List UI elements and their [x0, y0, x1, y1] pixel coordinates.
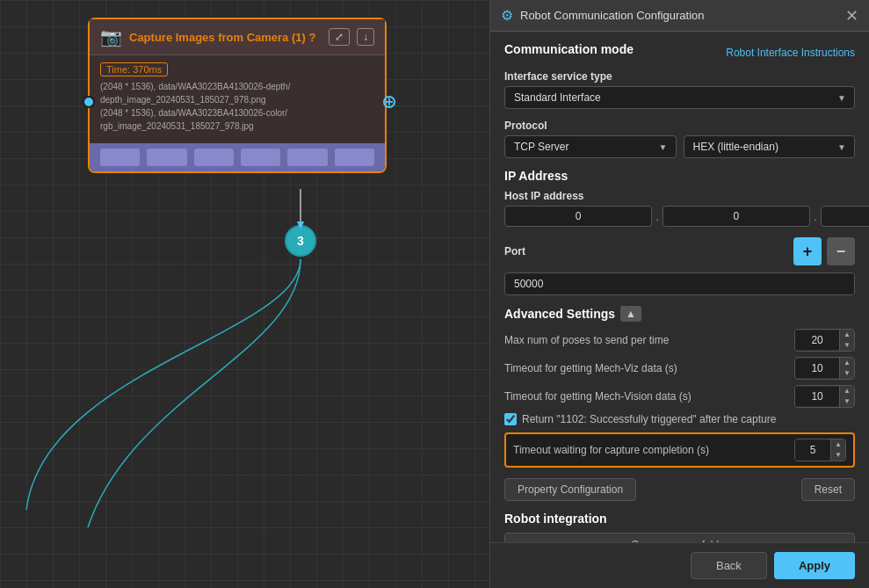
conn-tab-2[interactable] [147, 149, 186, 166]
protocol-right-wrapper: HEX (little-endian) [684, 135, 856, 158]
trigger-checkbox[interactable] [504, 413, 517, 425]
host-ip-label: Host IP address [504, 190, 855, 202]
ip-octet2[interactable] [663, 206, 810, 227]
conn-tab-4[interactable] [241, 149, 280, 166]
conn-tab-6[interactable] [335, 149, 374, 166]
property-config-button[interactable]: Property Configuration [504, 478, 636, 501]
port-section: Port + − [504, 237, 855, 295]
comm-mode-header: Communication mode Robot Interface Instr… [504, 42, 855, 63]
panel-close-button[interactable]: ✕ [845, 8, 858, 24]
protocol-row: TCP Server HEX (little-endian) [504, 135, 855, 158]
adv-row-1: Max num of poses to send per time ▲ ▼ [504, 329, 855, 352]
adv-spinbox-up-1[interactable]: ▲ [840, 330, 854, 340]
right-connector[interactable]: + [383, 96, 395, 108]
node-header: 📷 Capture Images from Camera (1) ? ⤢ ↓ [90, 19, 385, 55]
adv-row-2: Timeout for getting Mech-Viz data (s) ▲ … [504, 357, 855, 380]
left-connector[interactable] [83, 96, 95, 108]
timeout-spinbox-down[interactable]: ▼ [831, 450, 845, 461]
camera-node: + 📷 Capture Images from Camera (1) ? ⤢ ↓… [88, 18, 387, 173]
adv-spinbox-up-3[interactable]: ▲ [840, 386, 854, 396]
bottom-connectors [90, 143, 385, 171]
node-actions: ⤢ ↓ [329, 28, 374, 46]
adv-label-3: Timeout for getting Mech-Vision data (s) [504, 390, 794, 403]
ip-octet1[interactable] [504, 206, 652, 227]
timeout-capture-label: Timeout waiting for capture completion (… [513, 444, 794, 456]
trigger-checkbox-label: Return "1102: Successfully triggered" af… [522, 413, 776, 425]
adv-spinbox-input-3[interactable] [795, 387, 839, 406]
conn-tab-3[interactable] [194, 149, 234, 166]
adv-spinbox-2: ▲ ▼ [794, 357, 855, 380]
apply-button[interactable]: Apply [774, 552, 855, 579]
port-plus-button[interactable]: + [793, 237, 822, 265]
communication-mode-section: Communication mode Robot Interface Instr… [504, 42, 855, 109]
panel-content: Communication mode Robot Interface Instr… [490, 32, 869, 542]
timeout-capture-spinbox: ▲ ▼ [794, 439, 846, 461]
node-line1: (2048 * 1536), data/WAA3023BA4130026-dep… [100, 80, 374, 106]
ip-octet3[interactable] [821, 206, 869, 227]
protocol-label: Protocol [504, 120, 855, 132]
node-title: Capture Images from Camera (1) ? [129, 31, 315, 44]
camera-node-icon: 📷 [100, 26, 122, 47]
interface-service-select-wrapper: Standard Interface [504, 86, 855, 109]
advanced-settings-section: Advanced Settings ▲ Max num of poses to … [504, 306, 855, 468]
advanced-settings-header: Advanced Settings ▲ [504, 306, 855, 322]
advanced-settings-collapse[interactable]: ▲ [620, 306, 641, 322]
port-label: Port [504, 245, 793, 258]
adv-spinbox-1: ▲ ▼ [794, 329, 855, 352]
interface-service-select[interactable]: Standard Interface [504, 86, 855, 109]
adv-spinbox-input-1[interactable] [795, 330, 839, 350]
ip-address-section: IP Address Host IP address . . . [504, 169, 855, 227]
protocol-left-select[interactable]: TCP Server [504, 135, 677, 158]
adv-row-3: Timeout for getting Mech-Vision data (s)… [504, 385, 855, 408]
time-badge: Time: 370ms [100, 62, 168, 76]
protocol-left-wrapper: TCP Server [504, 135, 677, 158]
port-input[interactable] [504, 272, 855, 295]
timeout-spinbox-up[interactable]: ▲ [831, 439, 845, 450]
panel-icon: ⚙ [501, 7, 513, 24]
advanced-settings-title: Advanced Settings [504, 307, 615, 321]
panel-title: Robot Communication Configuration [520, 9, 838, 22]
adv-spinbox-down-1[interactable]: ▼ [840, 340, 854, 351]
back-button[interactable]: Back [691, 552, 767, 579]
open-program-button[interactable]: Open program folder [504, 533, 855, 542]
node-line2: (2048 * 1536), data/WAA3023BA4130026-col… [100, 106, 374, 133]
conn-tab-5[interactable] [287, 149, 327, 166]
adv-label-1: Max num of poses to send per time [504, 334, 794, 346]
conn-tab-1[interactable] [100, 149, 140, 166]
timeout-capture-input[interactable] [795, 440, 830, 460]
robot-instructions-link[interactable]: Robot Interface Instructions [726, 47, 855, 59]
canvas-area: + 📷 Capture Images from Camera (1) ? ⤢ ↓… [0, 0, 492, 588]
adv-spinbox-up-2[interactable]: ▲ [840, 358, 854, 368]
node-action-expand[interactable]: ⤢ [329, 28, 350, 46]
adv-label-2: Timeout for getting Mech-Viz data (s) [504, 362, 794, 374]
robot-integration-title: Robot integration [504, 512, 855, 526]
panel-footer: Back Apply [490, 542, 869, 588]
panel-titlebar: ⚙ Robot Communication Configuration ✕ [490, 0, 869, 32]
ip-address-title: IP Address [504, 169, 855, 183]
node-action-download[interactable]: ↓ [357, 28, 374, 46]
interface-service-label: Interface service type [504, 70, 855, 83]
node-body: Time: 370ms (2048 * 1536), data/WAA3023B… [90, 55, 385, 140]
adv-spinbox-down-2[interactable]: ▼ [840, 368, 854, 379]
reset-button[interactable]: Reset [801, 478, 855, 501]
adv-spinbox-3: ▲ ▼ [794, 385, 855, 408]
node-3-circle[interactable]: 3 [285, 225, 316, 257]
right-panel: ⚙ Robot Communication Configuration ✕ Co… [489, 0, 869, 588]
protocol-section: Protocol TCP Server HEX (little-endian) [504, 120, 855, 158]
adv-spinbox-input-2[interactable] [795, 359, 839, 378]
port-minus-button[interactable]: − [827, 237, 855, 265]
timeout-capture-row: Timeout waiting for capture completion (… [504, 432, 855, 468]
ip-row: . . . [504, 206, 855, 227]
adv-spinbox-down-3[interactable]: ▼ [840, 396, 854, 407]
checkbox-row: Return "1102: Successfully triggered" af… [504, 413, 855, 425]
property-reset-row: Property Configuration Reset [504, 478, 855, 501]
comm-mode-title: Communication mode [504, 42, 634, 56]
robot-integration-section: Robot integration Open program folder [504, 512, 855, 542]
protocol-right-select[interactable]: HEX (little-endian) [684, 135, 856, 158]
